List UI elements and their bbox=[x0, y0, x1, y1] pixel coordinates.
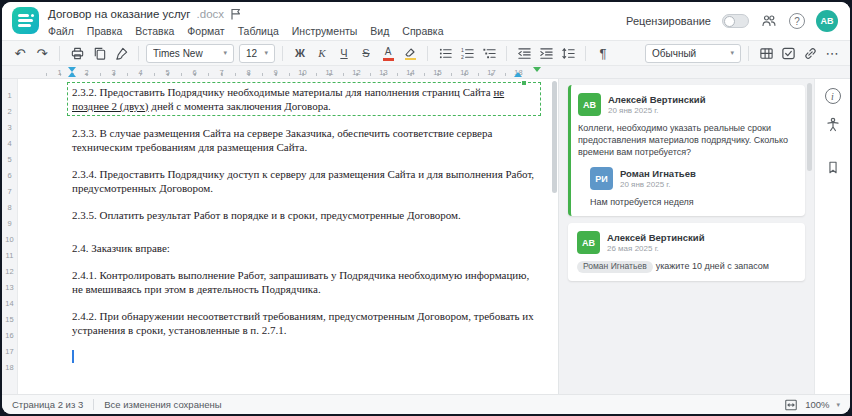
comment-text-tail: укажите 10 дней с запасом bbox=[656, 261, 769, 271]
ruler-number: 12 bbox=[343, 68, 370, 77]
undo-button[interactable]: ↶ bbox=[10, 43, 30, 63]
paragraph[interactable]: 2.3.3. В случае размещения Сайта на серв… bbox=[72, 126, 536, 154]
track-changes-button[interactable] bbox=[778, 43, 798, 63]
paragraph[interactable]: 2.3.5. Оплатить результат Работ в порядк… bbox=[72, 208, 536, 222]
horizontal-ruler[interactable]: 123456789101112131415161718 bbox=[2, 66, 850, 79]
ruler-number: 17 bbox=[478, 68, 505, 77]
paragraph[interactable]: 2.3.4. Предоставить Подрядчику доступ к … bbox=[72, 167, 536, 195]
comment-avatar: РИ bbox=[590, 167, 613, 190]
review-toggle[interactable] bbox=[722, 14, 749, 28]
bold-button[interactable]: Ж bbox=[290, 43, 310, 63]
ruler-number: 4 bbox=[127, 68, 154, 77]
ruler-number: 6 bbox=[181, 68, 208, 77]
paragraph-with-comment[interactable]: 2.3.2. Предоставить Подрядчику необходим… bbox=[67, 82, 541, 116]
title-block: Договор на оказание услуг.docx Файл Прав… bbox=[48, 2, 444, 40]
ruler-number: 18 bbox=[2, 363, 17, 379]
ruler-number: 6 bbox=[2, 171, 17, 187]
italic-button[interactable]: К bbox=[312, 43, 332, 63]
numbered-list-button[interactable]: 12 bbox=[457, 43, 477, 63]
ruler-number: 5 bbox=[2, 155, 17, 171]
flag-icon[interactable] bbox=[230, 8, 241, 20]
right-indent-marker[interactable] bbox=[514, 72, 522, 77]
print-button[interactable] bbox=[67, 43, 87, 63]
font-name-value: Times New bbox=[153, 48, 218, 59]
redo-button[interactable]: ↷ bbox=[32, 43, 52, 63]
strikethrough-button[interactable]: S bbox=[356, 43, 376, 63]
header-right: Рецензирование ? АВ bbox=[626, 10, 838, 32]
left-indent-marker[interactable] bbox=[68, 72, 76, 77]
paragraph[interactable]: 2.4.1. Контролировать выполнение Работ, … bbox=[72, 268, 536, 296]
comment-date: 20 янв 2025 г. bbox=[620, 180, 696, 189]
app-logo-icon[interactable] bbox=[12, 7, 39, 34]
accessibility-icon[interactable] bbox=[825, 117, 841, 133]
comments-scrollbar[interactable] bbox=[807, 83, 812, 171]
review-mode-label: Рецензирование bbox=[626, 15, 711, 27]
decrease-indent-button[interactable] bbox=[514, 43, 534, 63]
paragraph-text: 2.3.2. Предоставить Подрядчику необходим… bbox=[72, 86, 493, 98]
paragraph-style-select[interactable]: Обычный ▾ bbox=[645, 44, 741, 63]
menu-table[interactable]: Таблица bbox=[238, 25, 279, 37]
user-avatar[interactable]: АВ bbox=[816, 10, 838, 32]
mention-chip[interactable]: Роман Игнатьев bbox=[577, 261, 653, 273]
insert-link-button[interactable] bbox=[800, 43, 820, 63]
multilevel-list-button[interactable] bbox=[479, 43, 499, 63]
svg-text:2: 2 bbox=[460, 54, 463, 60]
ruler-number: 15 bbox=[2, 315, 17, 331]
ruler-number: 15 bbox=[424, 68, 451, 77]
menu-bar: Файл Правка Вставка Формат Таблица Инстр… bbox=[48, 25, 444, 37]
menu-insert[interactable]: Вставка bbox=[135, 25, 174, 37]
paragraph-style-value: Обычный bbox=[652, 48, 725, 59]
document-scrollbar[interactable] bbox=[552, 81, 557, 193]
font-name-select[interactable]: Times New ▾ bbox=[146, 44, 234, 63]
format-painter-button[interactable] bbox=[111, 43, 131, 63]
paragraph[interactable]: 2.4.2. При обнаружении несоответствий тр… bbox=[72, 309, 536, 337]
increase-indent-button[interactable] bbox=[536, 43, 556, 63]
menu-view[interactable]: Вид bbox=[370, 25, 389, 37]
info-icon[interactable]: i bbox=[825, 88, 841, 104]
menu-format[interactable]: Формат bbox=[187, 25, 224, 37]
ruler-number: 3 bbox=[100, 68, 127, 77]
h-ruler-numbers: 123456789101112131415161718 bbox=[46, 66, 532, 79]
ruler-number: 11 bbox=[2, 251, 17, 267]
toolbar-divider bbox=[59, 46, 60, 61]
highlight-color-bar bbox=[405, 58, 416, 61]
comment-author: Роман Игнатьев bbox=[620, 168, 696, 179]
font-size-select[interactable]: 12 ▾ bbox=[239, 44, 275, 63]
bookmark-icon[interactable] bbox=[826, 160, 840, 175]
highlight-button[interactable] bbox=[400, 43, 420, 63]
comment-anchor-marker bbox=[533, 67, 541, 72]
underline-button[interactable]: Ч bbox=[334, 43, 354, 63]
more-options-button[interactable]: ⋯ bbox=[822, 43, 842, 63]
menu-help[interactable]: Справка bbox=[402, 25, 443, 37]
document-text[interactable]: 2.3.2. Предоставить Подрядчику необходим… bbox=[72, 85, 536, 363]
main-area: 123456789101112131415161718 2.3.2. Предо… bbox=[2, 79, 850, 394]
ruler-number: 8 bbox=[2, 203, 17, 219]
fit-page-icon[interactable] bbox=[784, 398, 798, 412]
comment-thread[interactable]: АВ Алексей Вертинский 20 янв 2025 г. Кол… bbox=[568, 85, 805, 216]
comment-reply[interactable]: РИ Роман Игнатьев 20 янв 2025 г. Нам пот… bbox=[578, 167, 796, 208]
comment-text: Нам потребуется неделя bbox=[590, 196, 796, 208]
bullet-list-button[interactable] bbox=[435, 43, 455, 63]
page-indicator[interactable]: Страница 2 из 3 bbox=[12, 399, 83, 410]
help-icon[interactable]: ? bbox=[789, 13, 805, 29]
app-window: Договор на оказание услуг.docx Файл Прав… bbox=[2, 2, 850, 414]
insert-table-button[interactable] bbox=[756, 43, 776, 63]
ruler-number: 13 bbox=[2, 283, 17, 299]
vertical-ruler[interactable]: 123456789101112131415161718 bbox=[2, 79, 18, 394]
paragraph[interactable]: 2.4. Заказчик вправе: bbox=[72, 241, 536, 255]
copy-button[interactable] bbox=[89, 43, 109, 63]
menu-edit[interactable]: Правка bbox=[87, 25, 122, 37]
collaboration-icon[interactable] bbox=[760, 13, 778, 29]
ruler-number: 10 bbox=[2, 235, 17, 251]
font-color-button[interactable]: А bbox=[378, 43, 398, 63]
document-page[interactable]: 2.3.2. Предоставить Подрядчику необходим… bbox=[18, 79, 558, 394]
chevron-down-icon: ▾ bbox=[264, 49, 268, 57]
comment-thread[interactable]: АВ Алексей Вертинский 26 мая 2025 г. Ром… bbox=[568, 223, 805, 281]
zoom-value[interactable]: 100% bbox=[805, 399, 829, 410]
line-spacing-button[interactable] bbox=[558, 43, 578, 63]
menu-file[interactable]: Файл bbox=[48, 25, 74, 37]
chevron-down-icon[interactable]: ▾ bbox=[836, 401, 840, 409]
nonprinting-chars-button[interactable]: ¶ bbox=[593, 43, 613, 63]
menu-tools[interactable]: Инструменты bbox=[292, 25, 357, 37]
document-title: Договор на оказание услуг bbox=[48, 8, 191, 20]
